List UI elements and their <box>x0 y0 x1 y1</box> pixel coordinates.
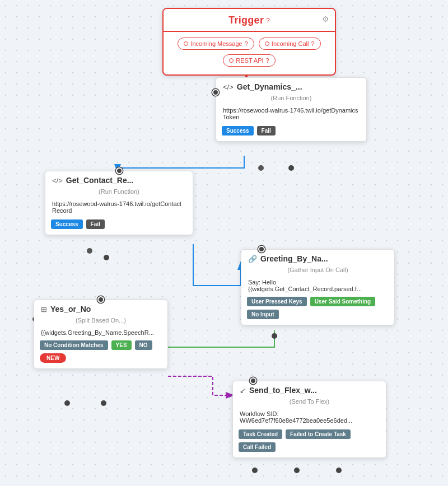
yesno-yes-badge[interactable]: YES <box>111 340 132 350</box>
svg-point-9 <box>336 468 342 473</box>
send-flex-node: ↙ Send_to_Flex_w... (Send To Flex) Workf… <box>232 381 386 458</box>
yesno-badges: No Condition Matches YES NO NEW <box>34 340 167 368</box>
greeting-pressed-keys-badge[interactable]: User Pressed Keys <box>247 297 307 306</box>
get-contact-subtitle: (Run Function) <box>45 187 193 198</box>
get-dynamics-header: </> Get_Dynamics_... <box>216 78 366 94</box>
yesno-value: {{widgets.Greeting_By_Name.SpeechR... <box>34 327 167 340</box>
svg-point-12 <box>104 255 109 260</box>
greeting-template: {{widgets.Get_Contact_Record.parsed.f... <box>248 286 388 292</box>
flex-input-dot <box>250 377 256 384</box>
incoming-call-label: Incoming Call <box>272 40 309 47</box>
get-contact-url: https://rosewood-walrus-1746.twil.io/get… <box>45 198 193 219</box>
svg-point-7 <box>252 468 258 473</box>
get-dynamics-subtitle: (Run Function) <box>216 94 366 105</box>
rest-api-dot <box>229 58 234 63</box>
yesno-input-dot <box>97 296 104 303</box>
greeting-subtitle: (Gather Input On Call) <box>241 265 394 277</box>
flex-send-icon: ↙ <box>240 386 246 395</box>
get-contact-code-icon: </> <box>52 176 63 185</box>
greeting-content: Say: Hello {{widgets.Get_Contact_Record.… <box>241 277 394 297</box>
rest-api-help: ? <box>266 57 269 64</box>
flex-badges: Task Created Failed to Create Task Call … <box>233 429 386 457</box>
svg-point-5 <box>64 400 70 406</box>
flex-subtitle: (Send To Flex) <box>233 397 386 408</box>
incoming-message-label: Incoming Message <box>190 40 242 47</box>
flex-workflow: Workflow SID: WW6ed7ef7f60e8e4772bea0ee5… <box>233 408 386 429</box>
get-contact-fail-badge[interactable]: Fail <box>86 219 105 229</box>
svg-point-3 <box>288 165 294 171</box>
get-dynamics-input-dot <box>212 89 219 96</box>
yesno-split-icon: ⊞ <box>41 305 47 314</box>
yesno-title: Yes_or_No <box>50 305 91 314</box>
incoming-call-dot <box>265 41 269 46</box>
get-dynamics-success-badge[interactable]: Success <box>222 126 254 135</box>
get-contact-badges: Success Fail <box>45 219 193 235</box>
incoming-message-dot <box>184 41 188 46</box>
trigger-header: Trigger ? ⚙ <box>164 9 335 32</box>
get-dynamics-fail-badge[interactable]: Fail <box>257 126 276 135</box>
svg-point-11 <box>87 248 92 254</box>
greeting-link-icon: 🔗 <box>248 255 257 263</box>
svg-point-8 <box>294 468 300 473</box>
yesno-subtitle: (Split Based On...) <box>34 316 167 327</box>
flex-title: Send_to_Flex_w... <box>249 386 317 395</box>
svg-point-10 <box>258 165 264 171</box>
greeting-say: Say: Hello <box>248 279 388 286</box>
incoming-message-help: ? <box>245 40 248 47</box>
incoming-call-help: ? <box>311 40 314 47</box>
get-dynamics-badges: Success Fail <box>216 126 366 141</box>
get-dynamics-code-icon: </> <box>223 83 234 91</box>
incoming-call-btn[interactable]: Incoming Call ? <box>259 38 321 50</box>
flex-call-failed-badge[interactable]: Call Failed <box>239 442 276 452</box>
get-dynamics-title: Get_Dynamics_... <box>237 82 302 91</box>
flex-fail-create-badge[interactable]: Failed to Create Task <box>286 429 351 439</box>
incoming-message-btn[interactable]: Incoming Message ? <box>178 38 254 50</box>
greeting-badges: User Pressed Keys User Said Something No… <box>241 297 394 325</box>
greeting-input-dot <box>258 246 265 253</box>
yesno-no-badge[interactable]: NO <box>135 340 152 350</box>
get-dynamics-url: https://rosewood-walrus-1746.twil.io/get… <box>216 105 366 126</box>
rest-api-btn[interactable]: REST API ? <box>223 54 275 67</box>
greeting-no-input-badge[interactable]: No Input <box>247 310 279 319</box>
get-contact-node: </> Get_Contact_Re... (Run Function) htt… <box>45 171 193 235</box>
get-contact-success-badge[interactable]: Success <box>51 219 83 229</box>
trigger-title: Trigger <box>228 15 264 26</box>
rest-api-label: REST API <box>236 57 263 64</box>
flex-task-created-badge[interactable]: Task Created <box>239 429 282 439</box>
greeting-said-something-badge[interactable]: User Said Something <box>310 297 376 306</box>
greeting-header: 🔗 Greeting_By_Na... <box>241 250 394 265</box>
trigger-node: Trigger ? ⚙ Incoming Message ? Incoming … <box>162 8 336 76</box>
flex-workflow-label: Workflow SID: <box>240 410 278 417</box>
greeting-title: Greeting_By_Na... <box>260 254 328 263</box>
greeting-node: 🔗 Greeting_By_Na... (Gather Input On Cal… <box>241 249 395 325</box>
trigger-help-icon: ? <box>266 17 270 25</box>
yesno-node: ⊞ Yes_or_No (Split Based On...) {{widget… <box>34 300 168 369</box>
gear-icon[interactable]: ⚙ <box>322 15 329 24</box>
svg-point-6 <box>101 400 106 406</box>
trigger-buttons: Incoming Message ? Incoming Call ? REST … <box>164 32 335 74</box>
get-contact-title: Get_Contact_Re... <box>66 176 134 185</box>
flex-header: ↙ Send_to_Flex_w... <box>233 381 386 397</box>
yesno-new-badge[interactable]: NEW <box>40 353 66 363</box>
svg-point-4 <box>272 333 277 339</box>
get-dynamics-node: </> Get_Dynamics_... (Run Function) http… <box>216 77 367 142</box>
get-contact-input-dot <box>116 167 123 174</box>
flex-workflow-value: WW6ed7ef7f60e8e4772bea0ee5e6ded... <box>240 417 352 424</box>
yesno-nocond-badge[interactable]: No Condition Matches <box>40 340 108 350</box>
